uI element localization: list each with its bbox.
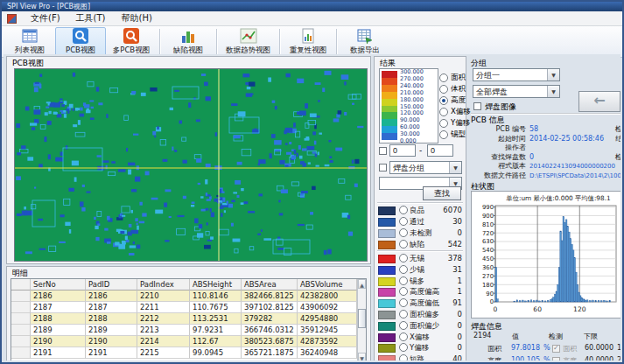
toolbar-repeatability-view-button[interactable]: 重复性视图 — [283, 27, 333, 56]
table-row[interactable]: 218821882212113.253137928242954880 — [11, 313, 357, 325]
table-cell: 2211 — [137, 302, 190, 313]
pad-check-checkbox[interactable] — [552, 345, 560, 353]
legend-item[interactable]: 高度偏低91 — [376, 298, 464, 309]
legend-item[interactable]: X偏移0 — [376, 332, 464, 343]
colorbar-tick-label: 90.000 — [400, 116, 420, 123]
toolbar-defect-view-button[interactable]: 缺陷视图 — [163, 27, 214, 56]
pad-metric-name: 面积 — [470, 344, 501, 354]
legend-item[interactable]: 未检测0 — [376, 228, 464, 239]
radio-icon[interactable] — [399, 287, 408, 296]
detail-scrollbar[interactable]: ▲ ▼ — [357, 279, 366, 360]
radio-icon[interactable] — [399, 228, 408, 237]
back-arrow-button[interactable]: ← — [578, 91, 620, 112]
table-row[interactable]: 21892189221397.9231366746.031235912945 — [11, 325, 357, 336]
table-row[interactable]: 21912191221599.0945365721.187536240948 — [11, 347, 357, 359]
row-selector[interactable] — [11, 347, 31, 359]
table-row[interactable]: 219021902214112.67380523.687542873592 — [11, 336, 357, 347]
metric-option-6[interactable]: 锡型 — [439, 125, 466, 142]
menu-bar: 文件(F) 工具(T) 帮助(H) — [2, 11, 622, 26]
data-export-icon — [356, 27, 374, 45]
scroll-thumb[interactable] — [358, 309, 366, 328]
height-histogram: 单位:um 最小值:0.000 平均值:98.10901802703604505… — [471, 191, 620, 318]
row-selector[interactable] — [11, 325, 31, 336]
scroll-down-icon[interactable]: ▼ — [358, 353, 366, 360]
pcb-info-label: 程式版本 — [468, 161, 526, 171]
pad-group-combo[interactable]: 焊盘分组 ▼ — [389, 161, 462, 174]
radio-icon[interactable] — [399, 310, 408, 318]
legend-item-label: 短路 — [410, 354, 424, 360]
legend-color-swatch — [378, 322, 396, 331]
search-button[interactable]: 查找 — [423, 186, 461, 200]
legend-item-count: 91 — [452, 298, 462, 307]
radio-icon[interactable] — [399, 217, 408, 226]
table-cell: 2212 — [137, 313, 190, 325]
chevron-down-icon[interactable]: ▼ — [547, 86, 559, 97]
legend-item[interactable]: Y偏移0 — [376, 342, 464, 354]
range-filter-checkbox[interactable] — [379, 147, 387, 155]
toolbar-pcb-view-button[interactable]: PCB视图 — [55, 27, 106, 56]
table-cell: 112.67 — [190, 336, 242, 347]
row-selector[interactable] — [11, 336, 31, 347]
column-header-absarea[interactable]: ABSArea — [242, 279, 298, 290]
legend-item[interactable]: 少锡31 — [376, 264, 464, 276]
pcb-board-view[interactable] — [14, 68, 368, 262]
table-row[interactable]: 218621862210110.8146382466.812542382800 — [11, 290, 357, 302]
pad-filter-select[interactable]: 全部焊盘 ▼ — [473, 85, 560, 98]
legend-item[interactable]: 缺陷542 — [376, 239, 464, 250]
menu-item-help[interactable]: 帮助(H) — [113, 12, 159, 24]
pad-info-id: 2194 — [473, 332, 491, 340]
row-selector[interactable] — [11, 290, 31, 302]
legend-item[interactable]: 无锡378 — [376, 253, 464, 264]
radio-icon[interactable] — [399, 206, 408, 214]
legend-item-count: 378 — [448, 254, 462, 262]
radio-icon[interactable] — [439, 130, 448, 139]
chevron-down-icon[interactable]: ▼ — [449, 162, 461, 173]
radio-icon[interactable] — [399, 254, 408, 262]
group-select[interactable]: 分组一 ▼ — [473, 68, 560, 81]
column-header-serno[interactable]: SerNo — [31, 279, 86, 290]
pad-group-checkbox[interactable] — [379, 164, 387, 172]
radio-icon[interactable] — [399, 343, 408, 352]
radio-icon[interactable] — [399, 332, 408, 341]
legend-color-swatch — [378, 266, 396, 275]
row-selector[interactable] — [11, 302, 31, 313]
pad-check-checkbox[interactable] — [552, 357, 560, 361]
legend-item[interactable]: 高度偏高1 — [376, 286, 464, 298]
legend-item-label: 面积偏少 — [410, 321, 439, 332]
column-header-absvolume[interactable]: ABSVolume — [298, 279, 357, 290]
toolbar-multi-pcb-view-button[interactable]: 多PCB视图 — [106, 27, 157, 56]
toolbar-data-trend-view-button[interactable]: 数据趋势视图 — [220, 27, 277, 56]
row-selector[interactable] — [11, 313, 31, 325]
legend-item[interactable]: 良品6070 — [376, 205, 464, 216]
pad-info-col-value: 值 — [512, 332, 519, 341]
legend-color-swatch — [378, 277, 396, 286]
column-header-absheight[interactable]: ABSHeight — [190, 279, 242, 290]
pad-image-checkbox[interactable] — [473, 102, 481, 110]
menu-item-file[interactable]: 文件(F) — [23, 12, 68, 24]
legend-item[interactable]: 面积偏多0 — [376, 309, 464, 320]
radio-icon[interactable] — [399, 276, 408, 285]
table-row[interactable]: 218721872211110.7675397102.812543906092 — [11, 302, 357, 313]
legend-item[interactable]: 面积偏少0 — [376, 320, 464, 332]
range-to-input[interactable] — [427, 144, 453, 157]
column-header-padid[interactable]: PadID — [86, 279, 137, 290]
scroll-up-icon[interactable]: ▲ — [358, 279, 366, 289]
column-header-padindex[interactable]: PadIndex — [137, 279, 190, 290]
range-from-input[interactable] — [389, 144, 416, 157]
legend-item[interactable]: 通过30 — [376, 216, 464, 228]
legend-item[interactable]: 短路40 — [376, 354, 464, 360]
table-cell: 2215 — [137, 347, 190, 359]
chevron-down-icon[interactable]: ▼ — [547, 69, 559, 80]
menu-item-tools[interactable]: 工具(T) — [68, 12, 114, 24]
radio-icon[interactable] — [399, 354, 408, 360]
pad-filter-select-value: 全部焊盘 — [476, 88, 508, 96]
toolbar-data-export-button[interactable]: 数据导出 — [340, 27, 390, 56]
legend-item[interactable]: 锡多1 — [376, 276, 464, 287]
radio-icon[interactable] — [399, 240, 408, 248]
toolbar-list-view-button[interactable]: 列表视图 — [4, 27, 55, 56]
detail-panel: 明细 SerNoPadIDPadIndexABSHeightABSAreaABS… — [6, 266, 371, 360]
radio-icon[interactable] — [399, 298, 408, 307]
svg-text:450: 450 — [482, 256, 494, 262]
radio-icon[interactable] — [399, 321, 408, 330]
radio-icon[interactable] — [399, 265, 408, 274]
